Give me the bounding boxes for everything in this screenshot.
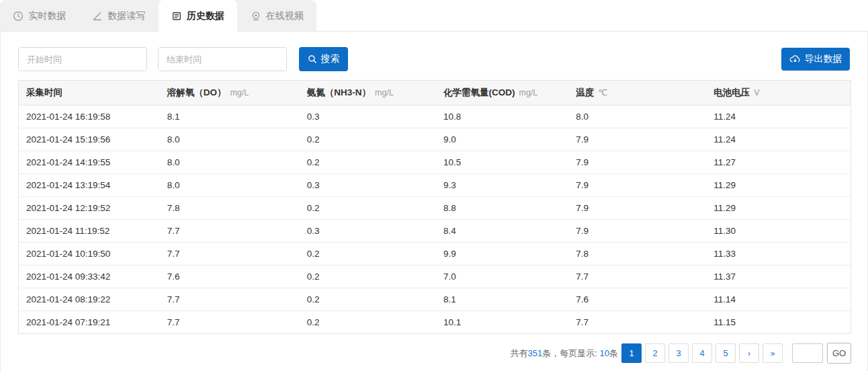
table-cell: 11.24	[706, 106, 851, 128]
table-cell: 8.1	[436, 288, 568, 311]
tab-bar: 实时数据 数据读写 历史数据 在线视频	[0, 0, 868, 32]
table-cell: 10.1	[436, 311, 568, 334]
tab-label: 在线视频	[266, 10, 304, 22]
go-button[interactable]: GO	[827, 343, 851, 364]
table-cell: 11.33	[706, 243, 851, 265]
table-cell: 7.7	[160, 220, 300, 243]
table-cell: 11.29	[706, 174, 851, 197]
table-cell: 8.0	[568, 106, 706, 128]
page-jump-input[interactable]	[792, 343, 823, 363]
edit-icon	[92, 11, 103, 22]
table-cell: 2021-01-24 12:19:52	[19, 197, 160, 220]
table-cell: 10.5	[436, 151, 568, 174]
search-button-label: 搜索	[321, 53, 340, 65]
table-header-row: 采集时间 溶解氧（DO）mg/L 氨氮（NH3-N）mg/L 化学需氧量(COD…	[19, 81, 851, 106]
start-time-input[interactable]	[19, 48, 147, 71]
table-row: 2021-01-24 16:19:588.10.310.88.011.24	[19, 106, 851, 128]
table-cell: 2021-01-24 14:19:55	[19, 151, 160, 174]
tab-online-video[interactable]: 在线视频	[237, 0, 316, 32]
unit-label: V	[754, 88, 759, 97]
end-time-input[interactable]	[159, 48, 287, 71]
table-cell: 2021-01-24 15:19:56	[19, 128, 160, 151]
cloud-download-icon	[789, 54, 801, 64]
col-header-temperature: 温度℃	[568, 81, 706, 106]
table-cell: 7.9	[568, 220, 706, 243]
pagination-summary: 共有351条，每页显示: 10条	[511, 347, 618, 360]
col-header-battery-voltage: 电池电压V	[706, 81, 851, 106]
table-cell: 8.0	[160, 151, 300, 174]
table-cell: 0.2	[300, 151, 436, 174]
table-cell: 7.8	[568, 243, 706, 265]
camera-icon	[251, 11, 261, 22]
tab-data-readwrite[interactable]: 数据读写	[79, 0, 159, 32]
total-count: 351	[528, 348, 543, 358]
table-cell: 9.0	[436, 128, 568, 151]
page-button-5[interactable]: 5	[715, 343, 736, 363]
table-cell: 2021-01-24 16:19:58	[19, 106, 160, 128]
table-cell: 7.7	[160, 311, 300, 334]
filter-row: 搜索 导出数据	[18, 47, 850, 71]
table-cell: 0.2	[300, 197, 436, 220]
table-cell: 7.7	[160, 288, 300, 311]
table-cell: 2021-01-24 09:33:42	[19, 265, 160, 288]
page-button-2[interactable]: 2	[645, 343, 665, 363]
page-size: 10	[600, 348, 609, 358]
table-cell: 8.0	[160, 128, 300, 151]
table-cell: 7.9	[568, 128, 706, 151]
table-row: 2021-01-24 08:19:227.70.28.17.611.14	[19, 288, 851, 311]
table-row: 2021-01-24 11:19:527.70.38.47.911.30	[19, 220, 851, 243]
table-cell: 7.9	[568, 151, 706, 174]
table-cell: 9.3	[436, 174, 568, 197]
table-cell: 11.27	[706, 151, 851, 174]
tab-realtime-data[interactable]: 实时数据	[0, 0, 79, 32]
search-icon	[308, 54, 317, 64]
table-cell: 7.7	[568, 311, 706, 334]
unit-label: mg/L	[375, 88, 394, 97]
history-icon	[171, 11, 182, 22]
table-cell: 11.29	[706, 197, 851, 220]
table-cell: 0.2	[300, 265, 436, 288]
pagination-bar: 共有351条，每页显示: 10条 1 2 3 4 5 › » GO	[18, 343, 851, 364]
tab-history-data[interactable]: 历史数据	[159, 0, 238, 32]
history-data-table: 采集时间 溶解氧（DO）mg/L 氨氮（NH3-N）mg/L 化学需氧量(COD…	[18, 80, 851, 334]
tab-label: 数据读写	[107, 10, 145, 22]
table-cell: 11.37	[706, 265, 851, 288]
table-cell: 2021-01-24 10:19:50	[19, 243, 160, 265]
table-cell: 7.6	[568, 288, 706, 311]
clock-icon	[13, 11, 24, 22]
table-row: 2021-01-24 09:33:427.60.27.07.711.37	[19, 265, 851, 288]
history-data-panel: 搜索 导出数据 采集时间 溶解氧（DO）mg/L 氨氮（NH3-N）mg/L 化…	[0, 32, 868, 371]
table-cell: 11.24	[706, 128, 851, 151]
table-row: 2021-01-24 13:19:548.00.39.37.911.29	[19, 174, 851, 197]
table-cell: 7.0	[436, 265, 568, 288]
table-row: 2021-01-24 15:19:568.00.29.07.911.24	[19, 128, 851, 151]
table-cell: 0.2	[300, 243, 436, 265]
page-button-1[interactable]: 1	[621, 343, 642, 363]
tab-label: 历史数据	[187, 10, 224, 22]
tab-label: 实时数据	[28, 10, 66, 22]
col-header-nh3n: 氨氮（NH3-N）mg/L	[300, 81, 436, 106]
page-button-3[interactable]: 3	[668, 343, 689, 363]
next-page-button[interactable]: ›	[739, 343, 759, 363]
end-time-group	[158, 47, 287, 71]
table-cell: 11.14	[706, 288, 851, 311]
col-header-collect-time: 采集时间	[19, 81, 160, 106]
page-button-4[interactable]: 4	[692, 343, 712, 363]
table-cell: 0.2	[300, 311, 436, 334]
export-data-button[interactable]: 导出数据	[781, 48, 850, 71]
table-cell: 2021-01-24 11:19:52	[19, 220, 160, 243]
table-row: 2021-01-24 07:19:217.70.210.17.711.15	[19, 311, 851, 334]
unit-label: mg/L	[519, 88, 537, 97]
table-cell: 8.0	[160, 174, 300, 197]
last-page-button[interactable]: »	[763, 343, 783, 363]
table-cell: 11.15	[706, 311, 851, 334]
table-row: 2021-01-24 12:19:527.80.28.87.911.29	[19, 197, 851, 220]
export-button-label: 导出数据	[805, 53, 842, 65]
table-row: 2021-01-24 10:19:507.70.29.97.811.33	[19, 243, 851, 265]
table-cell: 7.9	[568, 174, 706, 197]
search-button[interactable]: 搜索	[299, 47, 348, 71]
table-cell: 2021-01-24 08:19:22	[19, 288, 160, 311]
table-cell: 8.4	[436, 220, 568, 243]
table-cell: 0.2	[300, 128, 436, 151]
table-row: 2021-01-24 14:19:558.00.210.57.911.27	[19, 151, 851, 174]
